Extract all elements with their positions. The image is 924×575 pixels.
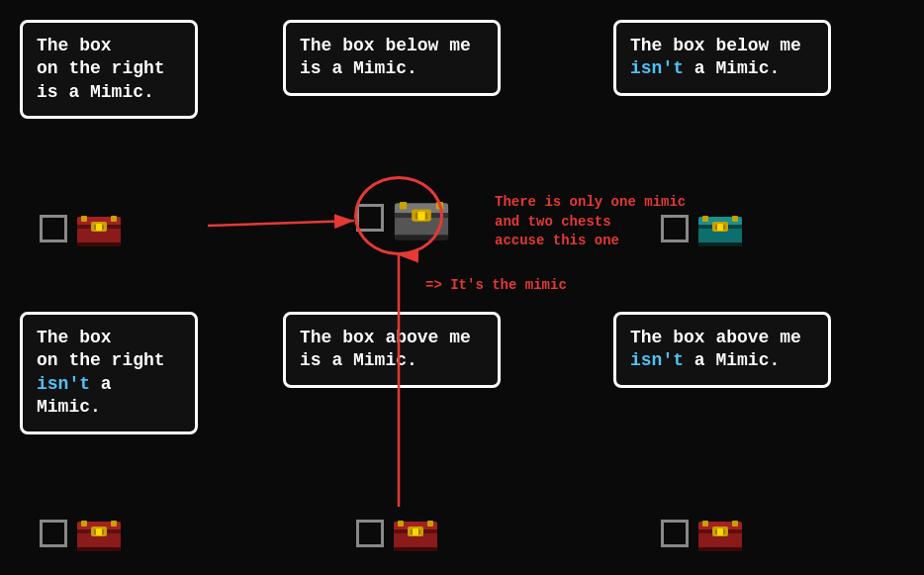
svg-rect-32 bbox=[96, 528, 102, 535]
annotation-line3: accuse this one bbox=[495, 233, 619, 248]
svg-rect-25 bbox=[732, 216, 738, 222]
svg-rect-53 bbox=[698, 547, 742, 551]
chest-icon-mid-center bbox=[390, 188, 453, 247]
annotation-line2: and two chests bbox=[495, 214, 611, 230]
speech-text-bl: The boxon the rightisn't a Mimic. bbox=[37, 328, 165, 417]
speech-text-tl: The boxon the rightis a Mimic. bbox=[37, 36, 165, 102]
checkbox-bot-right[interactable] bbox=[661, 520, 689, 547]
highlight-isnt-bl: isn't bbox=[37, 374, 90, 394]
svg-rect-17 bbox=[395, 235, 448, 240]
chest-icon-mid-right bbox=[694, 205, 746, 252]
annotation-result: => It's the mimic bbox=[425, 277, 567, 293]
checkbox-mid-center[interactable] bbox=[356, 204, 384, 232]
game-container: The boxon the rightis a Mimic. The box b… bbox=[0, 0, 924, 575]
chest-bot-left[interactable] bbox=[40, 510, 125, 557]
annotation-line1: There is only one mimic bbox=[495, 194, 686, 210]
speech-box-top-left: The boxon the rightis a Mimic. bbox=[20, 20, 198, 119]
chest-mid-left[interactable] bbox=[40, 205, 125, 252]
chest-icon-bot-center bbox=[390, 510, 441, 557]
chest-icon-bot-left bbox=[73, 510, 125, 557]
svg-rect-50 bbox=[717, 528, 723, 535]
svg-rect-33 bbox=[81, 521, 87, 527]
svg-rect-43 bbox=[427, 521, 433, 527]
svg-rect-26 bbox=[698, 242, 742, 246]
speech-box-bottom-left: The boxon the rightisn't a Mimic. bbox=[20, 312, 198, 434]
speech-box-bottom-right: The box above meisn't a Mimic. bbox=[613, 312, 831, 388]
chest-bot-right[interactable] bbox=[661, 510, 746, 557]
annotation-result-text: => It's the mimic bbox=[425, 277, 567, 293]
svg-rect-34 bbox=[111, 521, 117, 527]
svg-rect-44 bbox=[394, 547, 437, 551]
svg-rect-16 bbox=[436, 202, 443, 209]
svg-rect-7 bbox=[111, 216, 117, 222]
highlight-isnt-tr: isn't bbox=[630, 58, 684, 78]
svg-line-56 bbox=[208, 221, 354, 226]
svg-rect-51 bbox=[702, 521, 708, 527]
speech-text-br: The box above meisn't a Mimic. bbox=[630, 328, 801, 370]
speech-box-top-middle: The box below meis a Mimic. bbox=[283, 20, 501, 96]
chest-icon-bot-right bbox=[694, 510, 746, 557]
speech-text-tm: The box below meis a Mimic. bbox=[300, 36, 471, 78]
chest-icon-mid-left bbox=[73, 205, 125, 252]
speech-box-top-right: The box below meisn't a Mimic. bbox=[613, 20, 831, 96]
svg-rect-52 bbox=[732, 521, 738, 527]
speech-box-bottom-middle: The box above meis a Mimic. bbox=[283, 312, 501, 388]
annotation-text: There is only one mimic and two chests a… bbox=[495, 193, 686, 251]
checkbox-bot-left[interactable] bbox=[40, 520, 67, 547]
speech-text-bm: The box above meis a Mimic. bbox=[300, 328, 471, 370]
svg-rect-5 bbox=[96, 224, 102, 231]
svg-rect-35 bbox=[77, 547, 121, 551]
speech-text-tr: The box below meisn't a Mimic. bbox=[630, 36, 801, 78]
svg-rect-6 bbox=[81, 216, 87, 222]
svg-rect-24 bbox=[702, 216, 708, 222]
svg-rect-15 bbox=[400, 202, 407, 209]
highlight-isnt-br: isn't bbox=[630, 350, 684, 370]
svg-rect-42 bbox=[398, 521, 404, 527]
checkbox-bot-center[interactable] bbox=[356, 520, 384, 547]
svg-rect-8 bbox=[77, 242, 121, 246]
svg-rect-41 bbox=[413, 528, 418, 535]
svg-rect-23 bbox=[717, 224, 723, 231]
svg-rect-14 bbox=[417, 212, 424, 221]
chest-mid-center[interactable] bbox=[356, 188, 453, 247]
checkbox-mid-left[interactable] bbox=[40, 215, 67, 242]
chest-bot-center[interactable] bbox=[356, 510, 441, 557]
